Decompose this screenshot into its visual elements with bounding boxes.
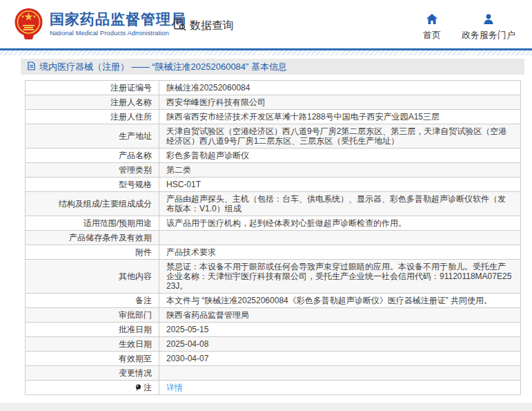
table-row: 变更情况 [26, 366, 521, 381]
nav-home[interactable]: 首页 [423, 14, 441, 41]
data-query-nav[interactable]: 数据查询 [173, 18, 234, 34]
row-label: 批准日期 [26, 323, 159, 337]
site-title: 国家药品监督管理局 [50, 10, 186, 28]
footer-strip [0, 403, 532, 411]
row-value: 2025-05-15 [159, 323, 521, 337]
row-label: 有效期至 [26, 352, 159, 366]
row-value: HSC-01T [159, 178, 521, 192]
header-right-nav: 首页 政务服务门户 [423, 14, 515, 41]
header-divider-hatch [0, 50, 532, 55]
note-balloon-icon [135, 383, 141, 390]
row-label: 注册人住所 [26, 110, 159, 124]
row-value: 陕械注准20252060084 [159, 81, 521, 95]
row-label: 附件 [26, 245, 159, 260]
row-value [159, 366, 521, 381]
row-value: 天津自贸试验区（空港经济区）西八道9号厂房2第二层东区、第三层，天津自贸试验区（… [159, 124, 521, 149]
table-row: 注 详情 [26, 381, 521, 395]
table-row: 注册人住所 陕西省西安市经济技术开发区草滩十路1288号中国电子西安产业园A15… [26, 110, 521, 124]
row-label: 审批部门 [26, 308, 159, 323]
row-value: 该产品用于医疗机构，起到经体表对心脏做超声诊断检查的作用。 [159, 216, 521, 231]
row-value: 陕西省西安市经济技术开发区草滩十路1288号中国电子西安产业园A15三层 [159, 110, 521, 124]
row-value: 本文件与 “陕械注准20252060084《彩色多普勒超声诊断仪》医疗器械注册证… [159, 294, 521, 308]
info-table-body: 注册证编号 陕械注准20252060084 注册人名称 西安华峰医疗科技有限公司… [26, 81, 521, 395]
row-value: 2030-04-07 [159, 352, 521, 366]
table-row: 适用范围/预期用途 该产品用于医疗机构，起到经体表对心脏做超声诊断检查的作用。 [26, 216, 521, 231]
breadcrumb: 境内医疗器械（注册） —— “陕械注准20252060084” 基本信息 [21, 59, 524, 75]
row-label: 其他内容 [26, 260, 159, 294]
row-value: 产品技术要求 [159, 245, 521, 260]
info-table: 注册证编号 陕械注准20252060084 注册人名称 西安华峰医疗科技有限公司… [25, 80, 521, 395]
row-label: 结构及组成/主要组成成分 [26, 192, 159, 216]
table-row: 备注 本文件与 “陕械注准20252060084《彩色多普勒超声诊断仪》医疗器械… [26, 294, 521, 308]
row-label: 注 [26, 381, 159, 395]
row-label: 管理类别 [26, 163, 159, 178]
table-row: 注册证编号 陕械注准20252060084 [26, 81, 521, 95]
user-icon [483, 14, 494, 26]
table-row: 产品名称 彩色多普勒超声诊断仪 [26, 149, 521, 163]
row-label: 型号规格 [26, 178, 159, 192]
row-label: 备注 [26, 294, 159, 308]
table-row: 生产地址 天津自贸试验区（空港经济区）西八道9号厂房2第二层东区、第三层，天津自… [26, 124, 521, 149]
site-header: 国家药品监督管理局 National Medical Products Admi… [0, 0, 532, 48]
table-row: 产品储存条件及有效期 [26, 231, 521, 245]
row-label: 注册人名称 [26, 95, 159, 110]
row-label: 生效日期 [26, 337, 159, 352]
row-label: 变更情况 [26, 366, 159, 381]
row-value: 详情 [159, 381, 521, 395]
table-row: 有效期至 2030-04-07 [26, 352, 521, 366]
row-value: 第二类 [159, 163, 521, 178]
brand-text: 国家药品监督管理局 National Medical Products Admi… [50, 10, 186, 37]
content: 境内医疗器械（注册） —— “陕械注准20252060084” 基本信息 注册证… [21, 59, 524, 395]
page: 国家药品监督管理局 National Medical Products Admi… [0, 0, 532, 411]
table-row: 审批部门 陕西省药品监督管理局 [26, 308, 521, 323]
row-label: 适用范围/预期用途 [26, 216, 159, 231]
note-details-link[interactable]: 详情 [166, 383, 183, 392]
table-row: 生效日期 2025-04-08 [26, 337, 521, 352]
row-label: 产品名称 [26, 149, 159, 163]
row-value [159, 231, 521, 245]
row-label: 注册证编号 [26, 81, 159, 95]
page-icon [28, 61, 35, 73]
table-row: 批准日期 2025-05-15 [26, 323, 521, 337]
table-row: 型号规格 HSC-01T [26, 178, 521, 192]
table-row: 注册人名称 西安华峰医疗科技有限公司 [26, 95, 521, 110]
nav-portal-label: 政务服务门户 [462, 29, 515, 41]
row-value: 西安华峰医疗科技有限公司 [159, 95, 521, 110]
row-value: 陕西省药品监督管理局 [159, 308, 521, 323]
data-query-label: 数据查询 [190, 19, 234, 33]
brand: 国家药品监督管理局 National Medical Products Admi… [14, 7, 186, 40]
row-value: 产品由超声探头、主机（包括：台车、供电系统）、显示器、彩色多普勒超声诊断仪软件（… [159, 192, 521, 216]
nav-portal[interactable]: 政务服务门户 [462, 14, 515, 41]
site-subtitle: National Medical Products Administration [50, 28, 186, 37]
table-row: 管理类别 第二类 [26, 163, 521, 178]
row-value: 彩色多普勒超声诊断仪 [159, 149, 521, 163]
document-search-icon [173, 18, 186, 34]
row-value: 2025-04-08 [159, 337, 521, 352]
row-label: 生产地址 [26, 124, 159, 149]
row-label: 产品储存条件及有效期 [26, 231, 159, 245]
table-row: 其他内容 禁忌证：本设备不用于眼部或任何会导致声束穿过眼睛的应用。本设备不用于胎… [26, 260, 521, 294]
table-row: 附件 产品技术要求 [26, 245, 521, 260]
breadcrumb-text: 境内医疗器械（注册） —— “陕械注准20252060084” 基本信息 [39, 61, 287, 73]
row-value: 禁忌证：本设备不用于眼部或任何会导致声束穿过眼睛的应用。本设备不用于胎儿。受托生… [159, 260, 521, 294]
nav-home-label: 首页 [423, 29, 441, 41]
home-icon [426, 14, 437, 26]
china-national-emblem-icon [14, 7, 43, 40]
table-row: 结构及组成/主要组成成分 产品由超声探头、主机（包括：台车、供电系统）、显示器、… [26, 192, 521, 216]
